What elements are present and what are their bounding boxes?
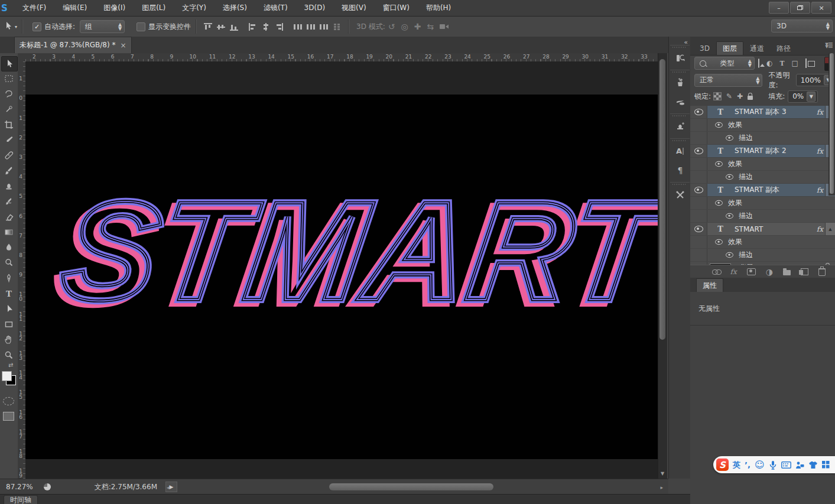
new-adjustment-layer-icon[interactable]: ◑ xyxy=(766,267,773,277)
vertical-scrollbar[interactable]: ▼ xyxy=(658,53,667,479)
new-layer-icon[interactable] xyxy=(801,268,808,275)
effect-row[interactable]: 描边 xyxy=(690,171,835,184)
horizontal-scrollbar-thumb[interactable] xyxy=(329,483,493,490)
menu-3DD[interactable]: 3D(D) xyxy=(296,0,333,16)
lock-all-icon[interactable] xyxy=(748,96,753,100)
roll-3d-icon[interactable]: ◎ xyxy=(401,22,408,31)
close-tab-icon[interactable]: × xyxy=(120,41,126,50)
gradient-tool[interactable] xyxy=(1,225,17,239)
layer-row-body[interactable]: 效果 xyxy=(707,158,835,170)
auto-align-icon[interactable] xyxy=(333,23,341,31)
layer-row[interactable]: TSTMART 副本 3fx▲ xyxy=(690,106,835,119)
new-group-icon[interactable] xyxy=(783,268,791,275)
menu-滤镜T[interactable]: 滤镜(T) xyxy=(255,0,296,16)
vertical-scrollbar-thumb[interactable] xyxy=(659,59,665,340)
align-bottom-icon[interactable] xyxy=(230,23,238,31)
auto-select-target-dropdown[interactable]: 组 ▲▼ xyxy=(80,20,125,33)
visibility-cell[interactable] xyxy=(690,119,707,131)
visibility-cell[interactable] xyxy=(690,197,707,209)
tab-路径[interactable]: 路径 xyxy=(771,42,797,55)
shape-layer-filter-icon[interactable]: □ xyxy=(792,59,798,67)
layer-row-body[interactable]: TSTMARTfx▲ xyxy=(707,223,835,235)
character-panel-icon[interactable]: A xyxy=(670,142,690,161)
properties-menu-icon[interactable]: ▾≡ xyxy=(825,40,833,48)
visibility-cell[interactable] xyxy=(690,236,707,248)
dist-right-icon[interactable] xyxy=(320,23,328,31)
menu-视图V[interactable]: 视图(V) xyxy=(333,0,375,16)
link-layers-icon[interactable] xyxy=(712,269,720,274)
orbit-3d-icon[interactable]: ↺ xyxy=(388,22,395,31)
eye-icon[interactable] xyxy=(715,200,723,206)
align-right-icon[interactable] xyxy=(275,23,283,31)
skin-icon[interactable] xyxy=(808,461,818,469)
scroll-right-icon[interactable]: ▸ xyxy=(660,485,663,490)
lexicon-icon[interactable] xyxy=(795,461,804,469)
lock-position-icon[interactable]: ✚ xyxy=(737,92,743,100)
hand-tool[interactable] xyxy=(1,333,17,347)
zoom-level[interactable]: 87.27% xyxy=(6,483,33,491)
document-tab[interactable]: 未标题-1 @ 87.3%(RGB/8) * × xyxy=(14,37,132,53)
eye-icon[interactable] xyxy=(726,135,733,141)
eye-icon[interactable] xyxy=(726,213,733,219)
align-vcenter-icon[interactable] xyxy=(217,23,225,31)
layer-row-body[interactable]: 效果 xyxy=(707,197,835,209)
camera-3d-icon[interactable] xyxy=(440,22,449,31)
layer-row-body[interactable]: TSTMART 副本 2fx▲ xyxy=(707,145,835,157)
healing-brush-tool[interactable] xyxy=(1,148,17,162)
layer-row-body[interactable]: 效果 xyxy=(707,236,835,248)
quick-mask-button[interactable] xyxy=(3,397,14,405)
eye-icon[interactable] xyxy=(694,109,703,115)
voice-input-icon[interactable] xyxy=(769,460,777,470)
pen-tool[interactable] xyxy=(1,271,17,285)
lock-paint-icon[interactable]: ✎ xyxy=(726,92,732,100)
scroll-left-icon[interactable]: ◂ xyxy=(167,485,170,490)
delete-layer-icon[interactable] xyxy=(818,267,826,276)
smart-object-filter-icon[interactable] xyxy=(805,59,807,67)
ime-punctuation-toggle[interactable]: ’, xyxy=(745,460,750,469)
visibility-cell[interactable] xyxy=(690,106,707,118)
menu-图像I[interactable]: 图像(I) xyxy=(95,0,134,16)
eyedropper-tool[interactable] xyxy=(1,133,17,147)
rect-marquee-tool[interactable] xyxy=(1,71,17,86)
move-tool[interactable] xyxy=(1,56,18,71)
visibility-cell[interactable] xyxy=(690,223,707,235)
menu-窗口W[interactable]: 窗口(W) xyxy=(375,0,418,16)
menu-图层L[interactable]: 图层(L) xyxy=(134,0,174,16)
auto-select-checkbox[interactable]: ✓ xyxy=(33,22,41,31)
layer-row-body[interactable]: 描边 xyxy=(707,210,835,222)
eye-icon[interactable] xyxy=(726,252,733,258)
canvas-document[interactable]: STMART STMART STMART STMART xyxy=(25,95,658,459)
layer-style-icon[interactable]: fx xyxy=(730,268,737,276)
effect-row[interactable]: 描边 xyxy=(690,249,835,262)
effect-row[interactable]: 描边 xyxy=(690,210,835,223)
layer-row[interactable]: TSTMARTfx▲ xyxy=(690,223,835,236)
layer-row-body[interactable]: 描边 xyxy=(707,132,835,144)
history-brush-tool[interactable] xyxy=(1,194,17,209)
swap-colors-icon[interactable]: ⇄ xyxy=(8,362,13,368)
effect-row[interactable]: 效果 xyxy=(690,119,835,132)
visibility-cell[interactable] xyxy=(690,171,707,183)
shape-tool[interactable] xyxy=(1,317,17,331)
tool-presets-panel-icon[interactable] xyxy=(670,186,690,204)
tool-preset-picker[interactable]: ▾ xyxy=(4,21,17,32)
path-select-tool[interactable] xyxy=(1,302,17,316)
blend-mode-dropdown[interactable]: 正常 ▲▼ xyxy=(694,74,762,87)
sogou-logo-icon[interactable]: S xyxy=(716,459,729,471)
pan-3d-icon[interactable]: ✚ xyxy=(414,22,421,31)
menu-帮助H[interactable]: 帮助(H) xyxy=(418,0,459,16)
scroll-down-icon[interactable]: ▼ xyxy=(661,471,664,476)
menu-文字Y[interactable]: 文字(Y) xyxy=(174,0,215,16)
slide-3d-icon[interactable]: ⇆ xyxy=(427,22,434,31)
properties-tab[interactable]: 属性 xyxy=(696,278,723,292)
dist-hcenter-icon[interactable] xyxy=(307,23,315,31)
emoji-icon[interactable]: ☺ xyxy=(755,459,765,470)
timeline-tab[interactable]: 时间轴 xyxy=(4,495,38,504)
dist-left-icon[interactable] xyxy=(294,23,302,31)
collapse-effects-button[interactable]: ▲ xyxy=(825,223,835,235)
menu-选择S[interactable]: 选择(S) xyxy=(215,0,255,16)
soft-keyboard-icon[interactable] xyxy=(781,461,791,469)
zoom-tool[interactable] xyxy=(1,348,17,362)
history-panel-icon[interactable] xyxy=(670,48,690,67)
ime-mode-toggle[interactable]: 英 xyxy=(733,460,740,470)
menu-文件F[interactable]: 文件(F) xyxy=(14,0,54,16)
